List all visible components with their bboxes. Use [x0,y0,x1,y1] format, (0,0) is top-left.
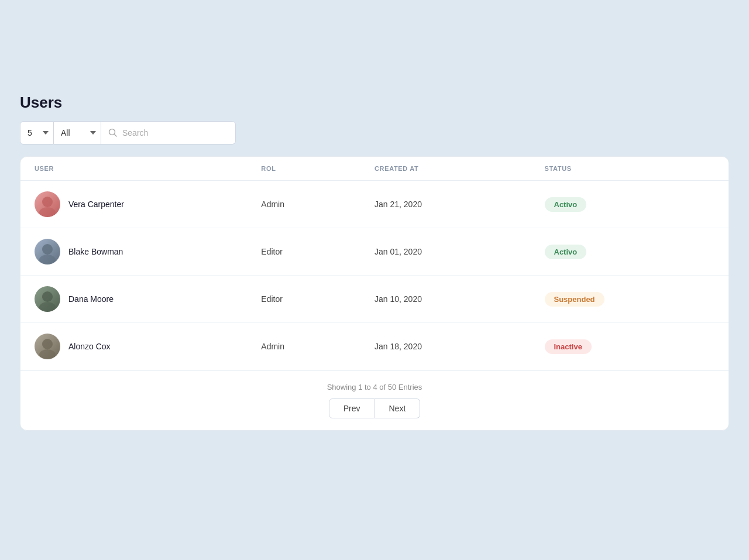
col-header-rol: ROL [261,165,374,172]
svg-point-10 [39,349,56,359]
search-wrapper [101,121,236,145]
avatar [35,334,60,359]
filter-select[interactable]: All Admin Editor [54,121,101,145]
user-cell: Alonzo Cox [35,334,261,359]
date-cell: Jan 01, 2020 [374,247,545,256]
table-row: Blake Bowman Editor Jan 01, 2020 Activo [20,228,729,276]
status-cell: Activo [545,245,715,259]
table-header: USER ROL CREATED AT STATUS [20,157,729,181]
table-row: Vera Carpenter Admin Jan 21, 2020 Activo [20,181,729,228]
col-header-user: USER [35,165,261,172]
svg-point-8 [39,302,56,312]
page-size-select[interactable]: 5 10 25 50 [20,121,54,145]
date-cell: Jan 10, 2020 [374,294,545,304]
table-row: Alonzo Cox Admin Jan 18, 2020 Inactive [20,323,729,370]
date-cell: Jan 18, 2020 [374,342,545,351]
pagination-info: Showing 1 to 4 of 50 Entries [327,383,422,391]
prev-button[interactable]: Prev [329,398,375,418]
avatar [35,239,60,264]
date-cell: Jan 21, 2020 [374,200,545,209]
search-input[interactable] [122,128,228,138]
page-title: Users [20,94,729,112]
status-badge: Inactive [545,339,592,354]
col-header-created-at: CREATED AT [374,165,545,172]
svg-point-2 [42,197,53,207]
status-cell: Inactive [545,339,715,354]
svg-point-9 [42,339,53,349]
status-badge: Activo [545,245,587,259]
svg-line-1 [115,135,117,137]
table-row: Dana Moore Editor Jan 10, 2020 Suspended [20,276,729,323]
status-badge: Activo [545,197,587,212]
pagination-area: Showing 1 to 4 of 50 Entries Prev Next [20,370,729,430]
status-cell: Activo [545,197,715,212]
user-cell: Blake Bowman [35,239,261,264]
svg-point-7 [42,291,53,302]
pagination-buttons: Prev Next [329,398,421,418]
avatar [35,191,60,217]
user-name: Blake Bowman [68,247,123,256]
next-button[interactable]: Next [375,398,421,418]
col-header-status: STATUS [545,165,715,172]
user-name: Dana Moore [68,294,114,304]
svg-point-3 [39,207,56,217]
role-cell: Admin [261,342,374,351]
user-cell: Dana Moore [35,286,261,312]
role-cell: Admin [261,200,374,209]
users-table-card: USER ROL CREATED AT STATUS Vera Carpente… [20,156,729,431]
svg-point-5 [42,244,53,255]
user-name: Alonzo Cox [68,342,111,351]
status-badge: Suspended [545,292,604,307]
search-icon [108,128,118,138]
controls-bar: 5 10 25 50 All Admin Editor [20,121,729,145]
role-cell: Editor [261,247,374,256]
user-cell: Vera Carpenter [35,191,261,217]
role-cell: Editor [261,294,374,304]
svg-point-6 [39,255,56,264]
avatar [35,286,60,312]
status-cell: Suspended [545,292,715,307]
user-name: Vera Carpenter [68,200,124,209]
